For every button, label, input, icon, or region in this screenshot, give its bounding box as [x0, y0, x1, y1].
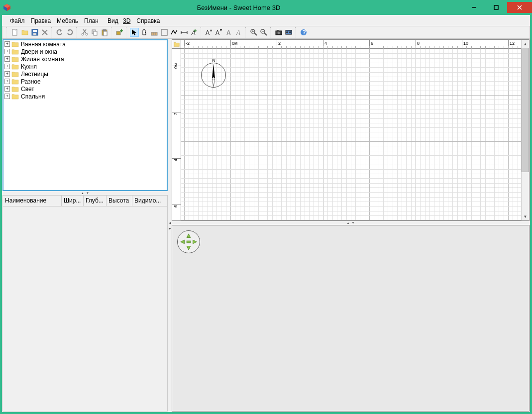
svg-rect-11	[33, 33, 36, 35]
zoom-in-button[interactable]	[249, 28, 258, 37]
video-button[interactable]	[284, 28, 293, 37]
expand-icon[interactable]: +	[4, 71, 10, 77]
menu-edit[interactable]: Правка	[28, 16, 54, 25]
folder-icon	[11, 78, 19, 85]
zoom-out-button[interactable]	[259, 28, 268, 37]
help-button[interactable]: ?	[299, 28, 308, 37]
catalog-panel[interactable]: +Ванная комната+Двери и окна+Жилая комна…	[2, 39, 168, 191]
catalog-item-label: Разное	[21, 78, 41, 85]
ruler-tick: 2	[173, 112, 178, 115]
catalog-item[interactable]: +Жилая комната	[3, 55, 167, 63]
svg-marker-28	[132, 29, 136, 35]
text-tool[interactable]: A	[190, 28, 199, 37]
svg-point-53	[278, 32, 280, 34]
plan-scrollbar-vertical[interactable]: ▲ ▼	[521, 40, 529, 220]
close-button[interactable]	[507, 2, 532, 13]
svg-marker-62	[187, 234, 191, 238]
copy-button[interactable]	[90, 28, 99, 37]
redo-button[interactable]	[65, 28, 74, 37]
undo-button[interactable]	[55, 28, 64, 37]
menu-plan[interactable]: План	[81, 16, 102, 25]
expand-icon[interactable]: +	[4, 41, 10, 47]
bold-button[interactable]: A	[224, 28, 233, 37]
col-height[interactable]: Высота	[106, 196, 132, 206]
3d-view[interactable]	[172, 225, 530, 412]
new-button[interactable]	[10, 28, 19, 37]
menu-furniture[interactable]: Мебель	[54, 16, 81, 25]
add-furniture-button[interactable]	[115, 28, 124, 37]
snapshot-button[interactable]	[274, 28, 283, 37]
3d-navigation-control[interactable]	[177, 230, 200, 253]
catalog-item[interactable]: +Спальня	[3, 93, 167, 100]
ruler-tick: 8	[416, 40, 420, 49]
svg-rect-24	[104, 31, 107, 36]
save-button[interactable]	[30, 28, 39, 37]
expand-icon[interactable]: +	[4, 94, 10, 99]
svg-rect-32	[161, 29, 167, 35]
catalog-item[interactable]: +Лестницы	[3, 70, 167, 78]
maximize-button[interactable]	[485, 2, 507, 13]
svg-rect-29	[151, 32, 157, 35]
horizontal-splitter-right[interactable]: ▲▼	[171, 221, 530, 224]
vertical-ruler: 0м246	[172, 40, 181, 220]
plan-grid[interactable]: N	[181, 49, 521, 220]
expand-icon[interactable]: +	[4, 86, 10, 92]
open-button[interactable]	[20, 28, 29, 37]
catalog-item[interactable]: +Свет	[3, 85, 167, 93]
svg-marker-40	[210, 29, 212, 31]
svg-text:A: A	[215, 29, 219, 36]
ruler-corner-icon[interactable]	[172, 40, 181, 49]
catalog-item[interactable]: +Двери и окна	[3, 48, 167, 55]
svg-text:A: A	[206, 29, 210, 36]
svg-marker-64	[181, 240, 185, 244]
expand-icon[interactable]: +	[4, 49, 10, 54]
minimize-button[interactable]	[463, 2, 485, 13]
col-width[interactable]: Шир...	[62, 196, 84, 206]
room-tool[interactable]	[160, 28, 169, 37]
catalog-item-label: Жилая комната	[21, 56, 64, 63]
horizontal-splitter-left[interactable]: ▲▼	[2, 192, 168, 195]
nav-arrows-icon	[179, 232, 198, 251]
menu-help[interactable]: Справка	[133, 16, 163, 25]
ruler-tick: 4	[323, 40, 327, 49]
col-visible[interactable]: Видимо...	[132, 196, 162, 206]
catalog-item-label: Двери и окна	[21, 48, 57, 55]
plan-view[interactable]: 0м246 -20м24681012 N ▲ ▼	[172, 39, 530, 221]
folder-icon	[11, 93, 19, 100]
expand-icon[interactable]: +	[4, 79, 10, 84]
catalog-item-label: Ванная комната	[21, 41, 66, 48]
svg-marker-61	[212, 79, 215, 87]
ruler-tick: 4	[173, 159, 178, 161]
menu-3d-view[interactable]: Вид 3D	[102, 16, 133, 25]
ruler-tick: 12	[508, 40, 515, 49]
wall-tool[interactable]	[150, 28, 159, 37]
compass[interactable]: N	[201, 63, 226, 88]
compass-needle-icon	[210, 64, 217, 87]
catalog-item-label: Спальня	[21, 93, 45, 100]
menu-file[interactable]: Файл	[7, 16, 28, 25]
svg-point-19	[86, 33, 88, 35]
ruler-tick: 6	[173, 205, 178, 207]
col-depth[interactable]: Глуб...	[84, 196, 106, 206]
paste-button[interactable]	[100, 28, 109, 37]
svg-rect-54	[277, 30, 279, 31]
scrollbar-thumb[interactable]	[522, 48, 529, 172]
compass-north-label: N	[212, 58, 215, 63]
decrease-text-button[interactable]: A	[214, 28, 223, 37]
preferences-button[interactable]	[40, 28, 49, 37]
expand-icon[interactable]: +	[4, 64, 10, 69]
dimension-tool[interactable]	[180, 28, 189, 37]
catalog-item[interactable]: +Ванная комната	[3, 40, 167, 48]
catalog-item[interactable]: +Разное	[3, 78, 167, 85]
catalog-item-label: Кухня	[21, 63, 37, 70]
increase-text-button[interactable]: A	[205, 28, 213, 37]
cut-button[interactable]	[80, 28, 89, 37]
furniture-table-header: Наименование Шир... Глуб... Высота Видим…	[3, 196, 167, 207]
col-name[interactable]: Наименование	[3, 196, 62, 206]
italic-button[interactable]: A	[234, 28, 243, 37]
catalog-item[interactable]: +Кухня	[3, 63, 167, 70]
expand-icon[interactable]: +	[4, 56, 10, 62]
select-tool[interactable]	[130, 28, 139, 37]
pan-tool[interactable]	[140, 28, 149, 37]
polyline-tool[interactable]	[170, 28, 179, 37]
